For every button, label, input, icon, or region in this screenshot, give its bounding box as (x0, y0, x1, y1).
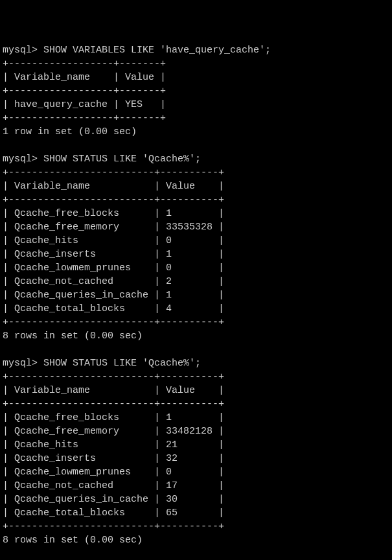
terminal-output[interactable]: mysql> SHOW VARIABLES LIKE 'have_query_c… (3, 43, 389, 560)
terminal-text: mysql> SHOW VARIABLES LIKE 'have_query_c… (3, 45, 271, 546)
